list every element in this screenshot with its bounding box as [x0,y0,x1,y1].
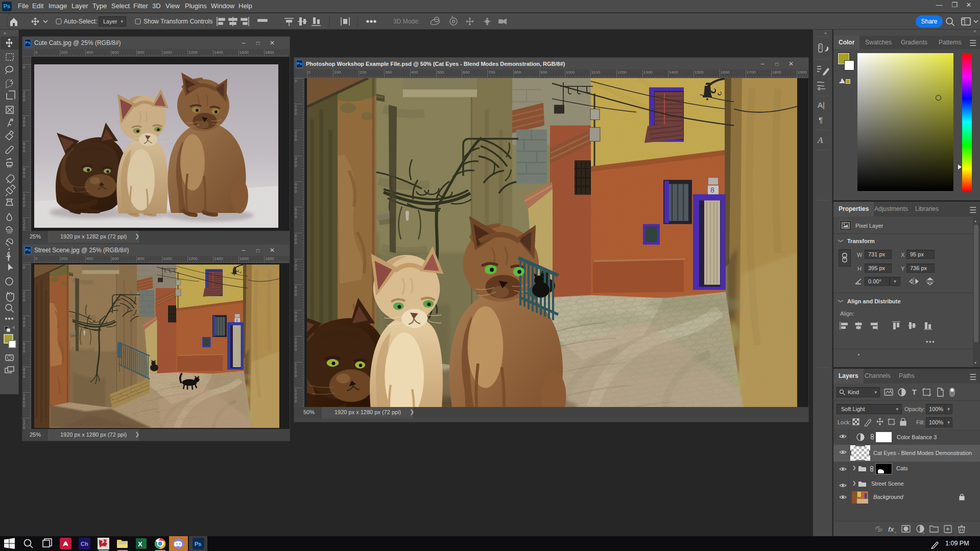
svg-text:«: « [824,31,827,36]
svg-text:3D Mode:: 3D Mode: [393,18,420,25]
svg-text:Ps: Ps [195,541,201,547]
svg-text:A|: A| [818,101,825,109]
svg-text:¶: ¶ [819,115,823,124]
svg-text:X: X [138,540,142,548]
svg-text:A: A [817,135,823,145]
svg-text:T: T [912,388,917,396]
svg-text:»: » [4,31,6,36]
svg-text:T: T [6,254,11,262]
svg-text:Ch: Ch [81,541,88,547]
svg-text:fx: fx [888,525,894,533]
